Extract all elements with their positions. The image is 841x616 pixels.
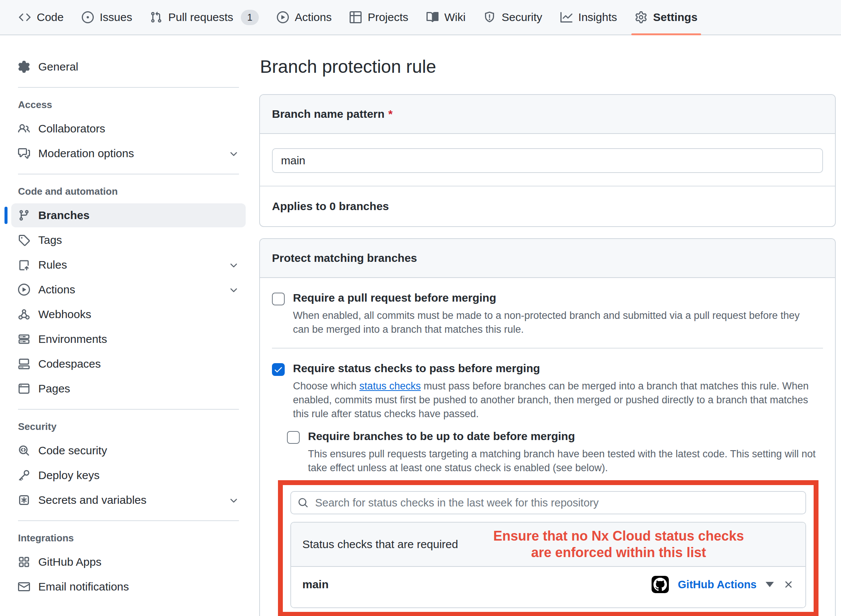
sidebar-item-label: Tags <box>38 234 62 246</box>
triangle-down-icon[interactable] <box>766 582 774 587</box>
annotation-line-1: Ensure that no Nx Cloud status checks <box>493 528 744 544</box>
server-icon <box>18 333 30 345</box>
book-icon <box>427 11 439 23</box>
gear-icon <box>18 61 30 73</box>
sidebar-item-label: Email notifications <box>38 580 129 593</box>
sidebar-item-label: GitHub Apps <box>38 556 101 568</box>
chevron-down-icon <box>228 148 239 159</box>
shield-icon <box>484 11 496 23</box>
annotation-text: Ensure that no Nx Cloud status checks ar… <box>458 528 794 561</box>
people-icon <box>18 123 30 135</box>
tab-wiki[interactable]: Wiki <box>417 0 475 35</box>
tab-settings[interactable]: Settings <box>626 0 706 35</box>
rules-icon <box>18 259 30 271</box>
settings-sidebar: General Access Collaborators Moderation … <box>0 35 256 599</box>
sidebar-item-label: Collaborators <box>38 122 105 135</box>
status-checks-link[interactable]: status checks <box>359 380 421 392</box>
sidebar-item-secrets-and-variables[interactable]: Secrets and variables <box>11 488 246 512</box>
status-check-name: main <box>302 578 329 591</box>
codespaces-icon <box>18 358 30 370</box>
tab-label: Projects <box>368 11 408 24</box>
sidebar-divider <box>18 520 239 521</box>
tab-pull-requests[interactable]: Pull requests 1 <box>141 0 267 35</box>
sidebar-divider <box>18 174 239 174</box>
play-icon <box>18 284 30 296</box>
tab-label: Insights <box>578 11 617 24</box>
protect-matching-branches-header: Protect matching branches <box>260 239 835 278</box>
repo-tab-bar: Code Issues Pull requests 1 Actions Proj… <box>0 0 841 35</box>
option-label: Require status checks to pass before mer… <box>293 362 823 375</box>
key-icon <box>18 469 30 481</box>
github-mark-icon <box>653 578 667 591</box>
gear-icon <box>635 11 647 23</box>
required-asterisk: * <box>388 108 393 120</box>
tab-insights[interactable]: Insights <box>551 0 626 35</box>
branch-name-pattern-card: Branch name pattern* Applies to 0 branch… <box>259 94 836 227</box>
sidebar-item-general[interactable]: General <box>11 55 246 79</box>
sidebar-item-label: Code security <box>38 444 107 457</box>
option-label: Require branches to be up to date before… <box>308 430 823 443</box>
annotation-line-2: are enforced within this list <box>531 545 706 560</box>
sidebar-section-title: Access <box>11 99 246 111</box>
sidebar-item-webhooks[interactable]: Webhooks <box>11 302 246 326</box>
sidebar-divider <box>18 87 239 88</box>
remove-status-check-button[interactable] <box>783 579 794 590</box>
sidebar-item-label: Moderation options <box>38 147 134 160</box>
require-status-checks-checkbox[interactable] <box>272 363 285 376</box>
tag-icon <box>18 234 30 246</box>
sidebar-item-email-notifications[interactable]: Email notifications <box>11 575 246 599</box>
sidebar-item-branches[interactable]: Branches <box>11 203 246 227</box>
applies-to-branches-text: Applies to 0 branches <box>260 186 835 226</box>
apps-icon <box>18 556 30 568</box>
issue-opened-icon <box>82 11 94 23</box>
chevron-down-icon <box>228 260 239 270</box>
graph-icon <box>560 11 572 23</box>
sidebar-section-title: Security <box>11 421 246 433</box>
main-content: Branch protection rule Branch name patte… <box>256 35 841 616</box>
tab-issues[interactable]: Issues <box>73 0 141 35</box>
sidebar-item-github-apps[interactable]: GitHub Apps <box>11 550 246 574</box>
sidebar-item-collaborators[interactable]: Collaborators <box>11 117 246 141</box>
browser-icon <box>18 383 30 395</box>
chevron-down-icon <box>228 284 239 295</box>
sidebar-item-codespaces[interactable]: Codespaces <box>11 352 246 376</box>
asterisk-box-icon <box>18 494 30 506</box>
sidebar-item-moderation-options[interactable]: Moderation options <box>11 141 246 165</box>
chevron-down-icon <box>228 495 239 505</box>
sidebar-item-label: General <box>38 60 78 73</box>
tab-label: Security <box>502 11 542 24</box>
tab-label: Settings <box>653 11 697 24</box>
branch-name-pattern-input[interactable] <box>272 148 823 173</box>
option-label: Require a pull request before merging <box>293 291 823 304</box>
require-up-to-date-checkbox[interactable] <box>287 431 300 444</box>
sidebar-item-label: Pages <box>38 382 70 395</box>
sidebar-item-code-security[interactable]: Code security <box>11 439 246 463</box>
sidebar-section-title: Code and automation <box>11 186 246 197</box>
sidebar-item-label: Codespaces <box>38 358 101 370</box>
sidebar-divider <box>18 409 239 410</box>
sidebar-item-environments[interactable]: Environments <box>11 327 246 351</box>
sidebar-item-tags[interactable]: Tags <box>11 228 246 252</box>
tab-label: Actions <box>295 11 332 24</box>
code-icon <box>19 11 31 23</box>
tab-actions[interactable]: Actions <box>268 0 341 35</box>
tab-label: Pull requests <box>168 11 233 24</box>
mail-icon <box>18 581 30 593</box>
github-actions-link[interactable]: GitHub Actions <box>678 578 757 591</box>
sidebar-item-label: Rules <box>38 258 67 271</box>
status-checks-search-input[interactable] <box>315 497 799 509</box>
protect-matching-branches-card: Protect matching branches Require a pull… <box>259 238 836 616</box>
sidebar-item-deploy-keys[interactable]: Deploy keys <box>11 463 246 487</box>
sidebar-item-label: Secrets and variables <box>38 494 147 506</box>
tab-code[interactable]: Code <box>10 0 73 35</box>
sidebar-item-label: Deploy keys <box>38 469 99 482</box>
sidebar-item-actions[interactable]: Actions <box>11 278 246 302</box>
tab-label: Code <box>37 11 64 24</box>
sidebar-item-pages[interactable]: Pages <box>11 377 246 401</box>
comment-discussion-icon <box>18 147 30 159</box>
tab-label: Issues <box>100 11 132 24</box>
tab-projects[interactable]: Projects <box>341 0 417 35</box>
require-pull-request-checkbox[interactable] <box>272 293 285 305</box>
sidebar-item-rules[interactable]: Rules <box>11 253 246 277</box>
tab-security[interactable]: Security <box>475 0 551 35</box>
